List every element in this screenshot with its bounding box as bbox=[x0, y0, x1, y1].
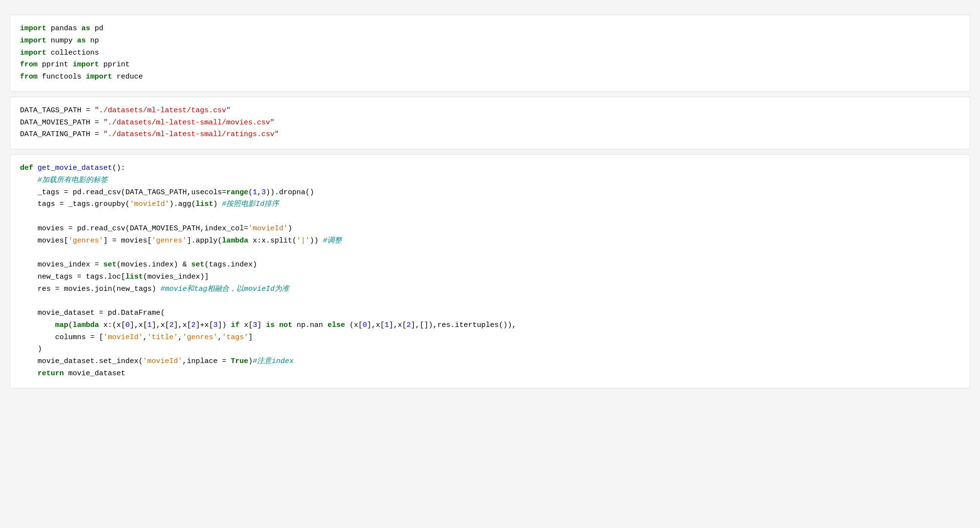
code-block-imports: import pandas as pd import numpy as np i… bbox=[20, 23, 960, 83]
cell-imports: import pandas as pd import numpy as np i… bbox=[10, 15, 970, 92]
code-block-paths: DATA_TAGS_PATH = "./datasets/ml-latest/t… bbox=[20, 105, 960, 141]
cell-function: def get_movie_dataset(): #加载所有电影的标签 _tag… bbox=[10, 154, 970, 388]
cell-paths: DATA_TAGS_PATH = "./datasets/ml-latest/t… bbox=[10, 97, 970, 149]
code-block-function: def get_movie_dataset(): #加载所有电影的标签 _tag… bbox=[20, 162, 960, 380]
notebook-container: import pandas as pd import numpy as np i… bbox=[0, 0, 980, 528]
